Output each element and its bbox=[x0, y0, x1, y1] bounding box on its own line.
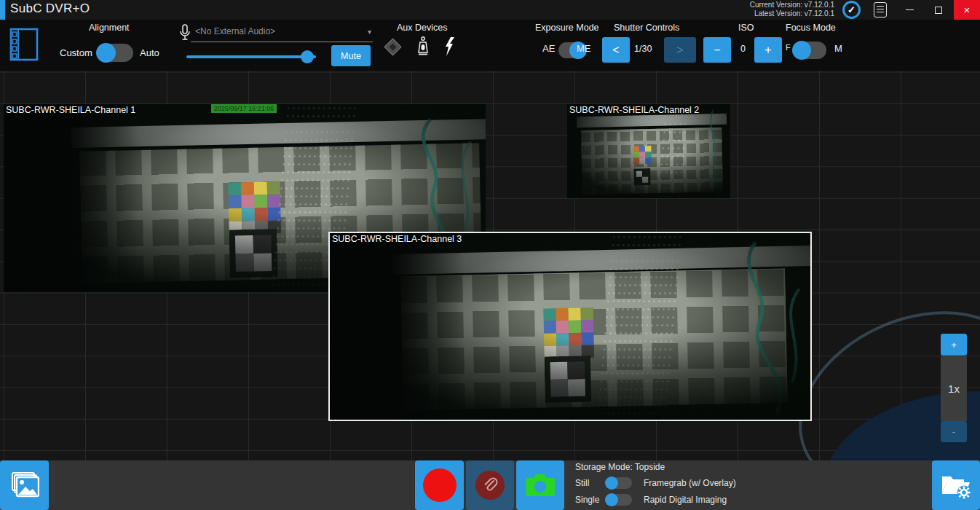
video-frame bbox=[567, 104, 730, 198]
iso-increase-button[interactable]: + bbox=[754, 37, 782, 63]
chevron-left-icon: < bbox=[612, 44, 619, 57]
toggle-knob bbox=[605, 476, 618, 490]
alignment-label: Alignment bbox=[89, 23, 130, 33]
video-layout-grid: SUBC-RWR-SHEILA-Channel 1 2025/09/17 16:… bbox=[0, 71, 980, 460]
iso-decrease-button[interactable]: − bbox=[703, 37, 731, 63]
single-rapid-toggle[interactable] bbox=[606, 494, 632, 506]
shutter-value: 1/30 bbox=[634, 44, 652, 54]
laser-device-icon[interactable] bbox=[384, 38, 401, 55]
layout-filmstrip-icon[interactable] bbox=[9, 28, 39, 61]
clip-circle bbox=[475, 471, 505, 500]
shutter-controls-label: Shutter Controls bbox=[614, 23, 679, 33]
alignment-toggle[interactable] bbox=[97, 44, 133, 62]
volume-thumb[interactable] bbox=[301, 50, 314, 63]
titlebar: SubC DVR+O Current Version: v7.12.0.1 La… bbox=[0, 0, 980, 20]
channel-name: SUBC-RWR-SHEILA-Channel 1 bbox=[6, 105, 135, 115]
minus-icon: - bbox=[952, 426, 955, 437]
rapid-option-label: Rapid Digital Imaging bbox=[644, 495, 727, 505]
footer-bar: Storage Mode: Topside Still Framegrab (w… bbox=[0, 460, 980, 510]
focus-toggle[interactable] bbox=[793, 42, 826, 59]
mute-label: Mute bbox=[341, 51, 361, 61]
folder-gear-icon bbox=[939, 471, 973, 500]
zoom-in-button[interactable]: + bbox=[941, 334, 967, 356]
check-glyph: ✓ bbox=[847, 4, 855, 15]
iso-label: ISO bbox=[738, 23, 754, 33]
iso-value: 0 bbox=[740, 44, 746, 54]
attach-clip-button[interactable] bbox=[466, 460, 514, 510]
gallery-button[interactable] bbox=[0, 460, 49, 510]
zoom-out-button[interactable]: - bbox=[941, 421, 967, 442]
toggle-knob bbox=[96, 43, 116, 63]
focus-option-f: F bbox=[786, 43, 791, 52]
focus-mode-label: Focus Mode bbox=[786, 23, 836, 33]
still-framegrab-toggle[interactable] bbox=[606, 477, 632, 489]
video-frame bbox=[330, 233, 810, 420]
exposure-option-me: ME bbox=[577, 43, 591, 54]
toolbar: Alignment Custom Auto <No External Audio… bbox=[0, 20, 980, 71]
microphone-icon bbox=[179, 24, 191, 43]
notes-icon[interactable] bbox=[874, 2, 887, 17]
shutter-decrease-button[interactable]: < bbox=[602, 37, 630, 63]
app-title: SubC DVR+O bbox=[10, 1, 90, 16]
still-option-label: Still bbox=[575, 478, 589, 488]
paperclip-icon bbox=[481, 476, 499, 494]
title-accent-bar bbox=[0, 0, 5, 20]
close-button[interactable]: × bbox=[954, 0, 980, 20]
video-pane-channel-2[interactable]: SUBC-RWR-SHEILA-Channel 2 bbox=[567, 104, 730, 198]
snapshot-button[interactable] bbox=[516, 460, 564, 510]
aux-devices-label: Aux Devices bbox=[397, 23, 447, 33]
volume-slider[interactable] bbox=[186, 50, 316, 63]
strobe-bolt-icon[interactable] bbox=[444, 36, 456, 57]
latest-version: Latest Version: v7.12.0.1 bbox=[750, 9, 834, 18]
toggle-knob bbox=[792, 41, 811, 60]
single-option-label: Single bbox=[575, 495, 599, 505]
version-info: Current Version: v7.12.0.1 Latest Versio… bbox=[750, 1, 834, 18]
storage-mode-status: Storage Mode: Topside bbox=[575, 462, 665, 472]
toggle-knob bbox=[605, 493, 618, 506]
volume-track bbox=[186, 55, 316, 58]
gallery-icon bbox=[10, 471, 39, 499]
external-audio-select[interactable]: <No External Audio> ▾ bbox=[191, 24, 373, 42]
scene-vignette bbox=[567, 104, 730, 198]
shutter-increase-button[interactable]: > bbox=[664, 37, 696, 63]
current-version: Current Version: v7.12.0.1 bbox=[750, 1, 834, 9]
lamp-device-icon[interactable] bbox=[416, 36, 430, 57]
minimize-button[interactable] bbox=[896, 0, 923, 20]
exposure-mode-label: Exposure Mode bbox=[535, 23, 599, 33]
alignment-option-auto: Auto bbox=[140, 47, 159, 58]
plus-icon: + bbox=[951, 340, 957, 350]
record-icon bbox=[423, 468, 457, 502]
subc-dvr-window: SubC DVR+O Current Version: v7.12.0.1 La… bbox=[0, 0, 980, 510]
exposure-option-ae: AE bbox=[542, 43, 555, 54]
framegrab-option-label: Framegrab (w/ Overlay) bbox=[644, 478, 736, 488]
scene-vignette bbox=[330, 233, 810, 420]
channel-name: SUBC-RWR-SHEILA-Channel 2 bbox=[569, 105, 699, 115]
mute-button[interactable]: Mute bbox=[331, 45, 371, 66]
plus-icon: + bbox=[764, 44, 771, 57]
maximize-button[interactable] bbox=[925, 0, 952, 20]
update-check-icon[interactable]: ✓ bbox=[842, 1, 861, 19]
chevron-down-icon: ▾ bbox=[368, 28, 371, 36]
timestamp-overlay: 2025/09/17 16:21:06 bbox=[211, 104, 277, 113]
maximize-icon bbox=[935, 7, 942, 14]
camera-icon bbox=[525, 474, 556, 497]
zoom-level-display: 1x bbox=[941, 356, 967, 421]
storage-settings-button[interactable] bbox=[932, 460, 980, 510]
video-pane-channel-3[interactable]: SUBC-RWR-SHEILA-Channel 3 bbox=[328, 232, 812, 421]
channel-name: SUBC-RWR-SHEILA-Channel 3 bbox=[332, 234, 462, 244]
zoom-panel: + 1x - bbox=[941, 334, 967, 442]
record-button[interactable] bbox=[415, 460, 464, 510]
close-icon: × bbox=[964, 4, 971, 16]
zoom-level-value: 1x bbox=[948, 382, 960, 395]
audio-device-value: <No External Audio> bbox=[195, 26, 275, 36]
minimize-icon bbox=[906, 9, 914, 10]
chevron-right-icon: > bbox=[676, 44, 683, 57]
minus-icon: − bbox=[714, 44, 720, 57]
alignment-option-custom: Custom bbox=[60, 47, 92, 58]
focus-option-m: M bbox=[834, 43, 842, 54]
